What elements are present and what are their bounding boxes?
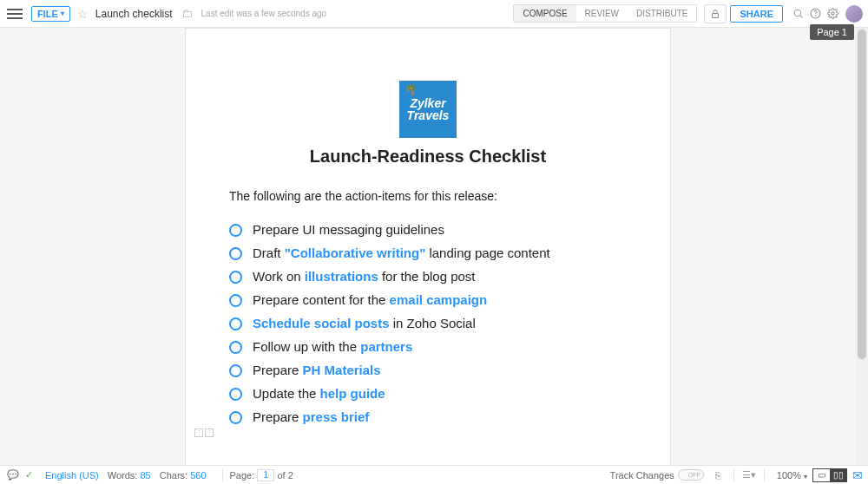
svg-point-4 [815, 16, 816, 16]
radio-icon[interactable] [229, 364, 242, 377]
margin-handle-left[interactable]: ⋮ [194, 428, 203, 437]
navigator-icon[interactable]: ☰▾ [741, 469, 757, 481]
view-web[interactable]: ▭ [812, 468, 830, 482]
checklist-item: Prepare content for the email campaign [229, 292, 627, 307]
inline-link[interactable]: "Collaborative writing" [285, 245, 426, 260]
checklist-item-text[interactable]: Prepare UI messaging guidelines [253, 222, 444, 237]
logo-line2: Travels [407, 109, 450, 121]
radio-icon[interactable] [229, 271, 242, 284]
checklist-item: Follow up with the partners [229, 339, 627, 354]
page-input[interactable] [257, 469, 274, 481]
file-menu-label: FILE [37, 9, 58, 19]
checklist-item-text[interactable]: Prepare content for the email campaign [253, 292, 487, 307]
chevron-down-icon: ▾ [804, 473, 807, 481]
radio-icon[interactable] [229, 247, 242, 260]
checklist-item-text[interactable]: Work on illustrations for the blog post [253, 269, 476, 284]
document-page[interactable]: 🌴 Zylker Travels Launch-Readiness Checkl… [185, 28, 671, 465]
help-icon[interactable] [807, 6, 823, 22]
radio-icon[interactable] [229, 388, 242, 401]
file-menu-button[interactable]: FILE ▾ [31, 6, 70, 22]
view-page[interactable]: ▯▯ [830, 468, 847, 482]
radio-icon[interactable] [229, 411, 242, 424]
checklist-item-text[interactable]: Draft "Collaborative writing" landing pa… [253, 245, 550, 260]
logo-line1: Zylker [410, 97, 445, 109]
checklist-item-text[interactable]: Update the help guide [253, 386, 385, 401]
mode-tabs: COMPOSE REVIEW DISTRIBUTE [513, 4, 697, 23]
radio-icon[interactable] [229, 341, 242, 354]
search-icon[interactable] [790, 6, 806, 22]
language-selector[interactable]: English (US) [45, 470, 99, 481]
insert-icon[interactable]: ⎘ [711, 470, 727, 481]
inline-link[interactable]: help guide [320, 386, 385, 401]
checklist-item: Draft "Collaborative writing" landing pa… [229, 245, 627, 260]
checklist-item: Schedule social posts in Zoho Social [229, 316, 627, 330]
checklist-item-text[interactable]: Follow up with the partners [253, 339, 412, 354]
menu-icon[interactable] [5, 4, 24, 23]
checklist-item-text[interactable]: Schedule social posts in Zoho Social [253, 316, 476, 330]
share-button[interactable]: SHARE [730, 5, 783, 23]
checklist: Prepare UI messaging guidelinesDraft "Co… [229, 222, 627, 424]
svg-rect-0 [713, 13, 719, 17]
radio-icon[interactable] [229, 317, 242, 330]
document-heading: Launch-Readiness Checklist [229, 147, 627, 167]
star-icon[interactable]: ☆ [77, 7, 89, 21]
status-bar: 💬 ✓ English (US) Words: 85 Chars: 560 Pa… [0, 465, 868, 484]
checklist-item-text[interactable]: Prepare PH Materials [253, 363, 381, 377]
gear-icon[interactable] [825, 6, 840, 22]
word-count[interactable]: Words: 85 [108, 470, 151, 481]
document-title[interactable]: Launch checklist [95, 8, 173, 20]
right-icon-group [790, 5, 863, 23]
logo-image: 🌴 Zylker Travels [399, 81, 457, 138]
checklist-item: Prepare PH Materials [229, 363, 627, 377]
palm-icon: 🌴 [404, 84, 418, 95]
chevron-down-icon: ▾ [61, 10, 64, 17]
folder-icon[interactable]: 🗀 [181, 7, 193, 20]
scrollbar-thumb[interactable] [858, 29, 866, 359]
inline-link[interactable]: Schedule social posts [253, 316, 390, 330]
inline-link[interactable]: PH Materials [303, 363, 381, 377]
margin-handle-right[interactable]: ⋮ [205, 428, 214, 437]
comments-icon[interactable]: 💬 [5, 469, 21, 481]
svg-point-5 [831, 12, 833, 15]
document-canvas[interactable]: 🌴 Zylker Travels Launch-Readiness Checkl… [0, 28, 856, 465]
last-edit-text: Last edit was a few seconds ago [201, 9, 327, 18]
lock-icon[interactable] [704, 4, 727, 23]
tab-review[interactable]: REVIEW [576, 5, 628, 22]
char-count[interactable]: Chars: 560 [160, 470, 207, 481]
view-mode-toggle: ▭ ▯▯ [812, 468, 847, 482]
inline-link[interactable]: partners [360, 339, 412, 354]
radio-icon[interactable] [229, 224, 242, 237]
feedback-icon[interactable]: ✉ [852, 468, 863, 482]
checklist-item: Prepare UI messaging guidelines [229, 222, 627, 237]
svg-point-1 [794, 10, 801, 16]
checklist-item: Prepare press brief [229, 409, 627, 424]
inline-link[interactable]: illustrations [305, 269, 378, 284]
page-margin-handles: ⋮ ⋮ [194, 428, 214, 437]
radio-icon[interactable] [229, 294, 242, 307]
page-indicator: Page: of 2 [230, 469, 293, 481]
inline-link[interactable]: email campaign [390, 292, 488, 307]
tab-compose[interactable]: COMPOSE [514, 5, 575, 22]
intro-text: The following are the action-items for t… [229, 189, 627, 203]
spellcheck-icon[interactable]: ✓ [21, 469, 36, 481]
checklist-item-text[interactable]: Prepare press brief [253, 409, 369, 424]
svg-line-2 [800, 16, 802, 17]
tab-distribute[interactable]: DISTRIBUTE [628, 5, 696, 22]
vertical-scrollbar[interactable] [856, 28, 868, 465]
checklist-item: Update the help guide [229, 386, 627, 401]
zoom-level[interactable]: 100% ▾ [777, 470, 807, 481]
avatar[interactable] [845, 5, 863, 23]
checklist-item: Work on illustrations for the blog post [229, 269, 627, 284]
top-toolbar: FILE ▾ ☆ Launch checklist 🗀 Last edit wa… [0, 0, 868, 28]
inline-link[interactable]: press brief [303, 409, 370, 424]
track-changes-toggle[interactable]: OFF [678, 469, 704, 481]
track-changes-label: Track Changes [610, 470, 674, 481]
